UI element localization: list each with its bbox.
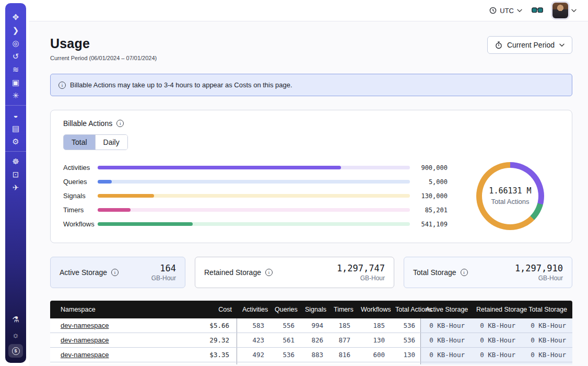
chevron-down-icon: [517, 9, 522, 13]
table-row: dev-namespace$5.665835569941851855360 KB…: [50, 318, 572, 333]
sidebar-bottom-group: ⚗☼$: [5, 313, 26, 358]
donut-total-value: 1.66131 M: [489, 186, 531, 196]
total-storage-value: 1,297,910: [515, 263, 563, 273]
value-cell: 0 KB-Hour: [471, 348, 522, 362]
column-header: Timers: [328, 306, 356, 313]
temporal-logo-icon[interactable]: ✥: [8, 10, 23, 24]
chevron-right-expand-icon[interactable]: ❯: [8, 24, 23, 37]
cube-icon[interactable]: ▣: [8, 76, 23, 89]
rocket-icon[interactable]: ✈: [8, 181, 23, 194]
history-arrow-icon[interactable]: ↺: [8, 50, 23, 63]
current-period-dropdown[interactable]: Current Period: [487, 36, 572, 54]
eye-icon[interactable]: ◎: [8, 37, 23, 50]
bar-label: Signals: [63, 192, 98, 200]
bar-track: [98, 180, 410, 184]
tab-total[interactable]: Total: [64, 135, 95, 150]
column-header: Cost: [181, 306, 237, 313]
active-storage-label: Active Storage: [60, 268, 107, 277]
sidebar-group: ☸⊡✈: [5, 151, 26, 197]
billable-view-tabs: TotalDaily: [63, 134, 128, 150]
page-title: Usage: [50, 36, 157, 51]
bar-track: [98, 194, 410, 198]
active-storage-unit: GB-Hour: [151, 274, 176, 282]
value-cell: 883: [300, 351, 328, 359]
info-icon[interactable]: i: [116, 120, 124, 127]
page-subtitle: Current Period (06/01/2024 – 07/01/2024): [50, 55, 157, 61]
bar-row-workflows: Workflows541,109: [63, 217, 448, 231]
bar-value: 900,000: [410, 164, 448, 171]
total-storage-unit: GB-Hour: [515, 274, 563, 282]
total-storage-label: Total Storage: [413, 268, 456, 277]
content-area: Usage Current Period (06/01/2024 – 07/01…: [29, 21, 588, 366]
value-cell: 130: [356, 336, 390, 344]
bar-value: 5,000: [410, 178, 448, 186]
column-header: Retained Storage: [471, 306, 522, 313]
retained-storage-label: Retained Storage: [204, 268, 261, 277]
value-cell: 561: [269, 336, 300, 344]
value-cell: 0 KB-Hour: [420, 318, 471, 333]
value-cell: 600: [356, 351, 390, 359]
value-cell: 0 KB-Hour: [522, 333, 572, 347]
column-header: Activities: [237, 306, 269, 313]
value-cell: [471, 362, 522, 364]
value-cell: [522, 362, 572, 364]
top-bar: UTC: [29, 0, 588, 21]
bar-row-activities: Activities900,000: [63, 161, 448, 175]
retained-storage-card: Retained Storage i 1,297,747 GB-Hour: [195, 257, 394, 288]
table-row: dev-namespace$3.354925368838166001300 KB…: [50, 348, 572, 362]
account-menu[interactable]: [552, 3, 577, 18]
billable-actions-card: Billable Actions i TotalDaily Activities…: [50, 110, 572, 243]
value-cell: 583: [237, 322, 269, 329]
value-cell: 185: [356, 322, 390, 329]
value-cell: 130: [390, 351, 420, 359]
total-actions-donut: 1.66131 M Total Actions: [476, 162, 544, 230]
sidebar: ✥❯◎↺≋▣✳◒▤⚙☸⊡✈ ⚗☼$: [5, 3, 26, 363]
value-cell: 0 KB-Hour: [522, 348, 572, 362]
column-header: Total Actions: [390, 306, 420, 313]
info-icon[interactable]: i: [461, 269, 468, 276]
table-header-row: NamespaceCostActivitiesQueriesSignalsTim…: [50, 301, 572, 318]
bar-track: [98, 208, 410, 212]
stopwatch-icon: [495, 41, 502, 49]
namespace-link[interactable]: dev-namespace: [61, 351, 109, 359]
tab-daily[interactable]: Daily: [95, 135, 127, 150]
info-icon[interactable]: i: [111, 269, 119, 276]
value-cell: 816: [328, 351, 356, 359]
namespace-cell: dev-namespace: [50, 336, 181, 344]
value-cell: 877: [328, 336, 356, 344]
active-storage-card: Active Storage i 164 GB-Hour: [50, 257, 185, 288]
retained-storage-unit: GB-Hour: [337, 274, 385, 282]
layers-icon[interactable]: ≋: [8, 63, 23, 76]
banner-text: Billable Actions may take up to 3-4 hour…: [70, 81, 292, 89]
credit-card-icon[interactable]: ▤: [8, 122, 23, 135]
namespace-link[interactable]: dev-namespace: [61, 336, 109, 344]
sidebar-groups: ✥❯◎↺≋▣✳◒▤⚙☸⊡✈: [5, 7, 26, 197]
value-cell: 0 KB-Hour: [522, 318, 572, 333]
column-header: Queries: [269, 306, 300, 313]
gear-icon[interactable]: ⚙: [8, 135, 23, 148]
value-cell: 185: [328, 322, 356, 329]
glasses-icon[interactable]: [532, 7, 543, 14]
sidebar-group: ◒▤⚙: [5, 105, 26, 151]
bar-fill: [98, 222, 193, 226]
bar-row-queries: Queries5,000: [63, 175, 448, 189]
dollar-coin-icon[interactable]: $: [8, 344, 23, 358]
gauge-icon[interactable]: ◒: [8, 109, 23, 122]
timezone-selector[interactable]: UTC: [489, 7, 522, 15]
current-period-label: Current Period: [507, 41, 555, 49]
flask-icon[interactable]: ⚗: [8, 313, 23, 326]
value-cell: 492: [237, 351, 269, 359]
lifebuoy-icon[interactable]: ☸: [8, 155, 23, 168]
storage-summary-row: Active Storage i 164 GB-Hour Retained St…: [50, 257, 572, 288]
value-cell: 0 KB-Hour: [471, 333, 522, 347]
namespace-link[interactable]: dev-namespace: [61, 322, 109, 329]
sun-icon[interactable]: ☼: [8, 328, 23, 341]
info-icon[interactable]: i: [265, 269, 273, 276]
timezone-label: UTC: [500, 7, 514, 15]
namespace-usage-table: NamespaceCostActivitiesQueriesSignalsTim…: [50, 301, 572, 364]
avatar: [552, 3, 568, 18]
value-cell: [181, 362, 237, 364]
bar-label: Activities: [63, 164, 98, 171]
terminal-feedback-icon[interactable]: ⊡: [8, 168, 23, 181]
asterisk-icon[interactable]: ✳: [8, 89, 23, 102]
